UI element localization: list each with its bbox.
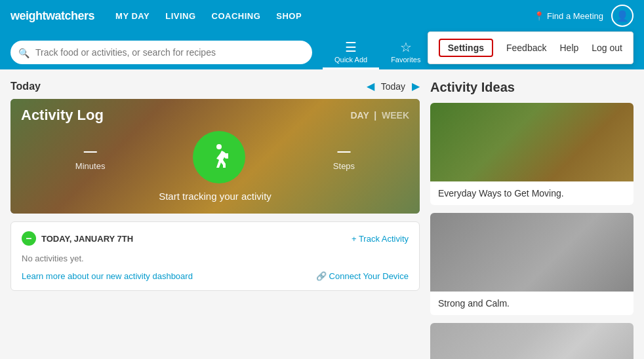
person-icon: 👤 [616,10,629,22]
walk-icon [203,142,235,173]
banner-content: Activity Log DAY | WEEK — Minutes [10,99,420,214]
dropdown-menu: Settings Feedback Help Log out [428,31,634,64]
banner-center: — Minutes — Steps [21,124,409,191]
banner-top: Activity Log DAY | WEEK [21,107,409,124]
idea-label-0: Everyday Ways to Get Moving. [430,181,634,205]
idea-card-2 [430,323,634,359]
quick-add-button[interactable]: ☰ Quick Add [323,37,379,69]
main-content: Today ◀ Today ▶ Activity Log DAY | WEEK [0,69,644,359]
activity-log-title: Activity Log [21,107,104,124]
find-meeting-link[interactable]: 📍 Find a Meeting [534,11,603,21]
idea-image-writing [430,323,634,359]
prev-day-button[interactable]: ◀ [367,80,374,92]
settings-button[interactable]: Settings [439,39,493,57]
svg-point-0 [216,144,222,149]
next-day-button[interactable]: ▶ [412,80,420,92]
top-nav-right: 📍 Find a Meeting 👤 [534,5,634,27]
left-panel: Today ◀ Today ▶ Activity Log DAY | WEEK [10,80,420,359]
search-container: 🔍 [10,41,312,69]
search-input[interactable] [10,41,312,64]
nav-links: MY DAY LIVING COACHING SHOP [115,11,302,21]
nav-my-day[interactable]: MY DAY [115,11,150,21]
no-activities-text: No activities yet. [22,254,409,263]
idea-label-1: Strong and Calm. [430,292,634,315]
today-links: Learn more about our new activity dashbo… [22,271,409,281]
steps-label: Steps [333,161,355,171]
collapse-button[interactable]: – [22,231,36,246]
logout-link[interactable]: Log out [592,43,622,53]
nav-shop[interactable]: SHOP [276,11,302,21]
link-icon: 🔗 [316,271,327,281]
today-date: – TODAY, JANUARY 7TH [22,231,133,246]
idea-card-0: Everyday Ways to Get Moving. [430,103,634,205]
top-nav: weightwatchers MY DAY LIVING COACHING SH… [0,0,644,31]
favorites-icon: ☆ [400,41,412,54]
day-week-toggle: DAY | WEEK [350,110,409,121]
date-nav-center: ◀ Today ▶ [367,80,420,92]
idea-image-gardening [430,103,634,181]
walk-icon-circle [193,131,245,183]
nav-coaching[interactable]: COACHING [212,11,261,21]
location-icon: 📍 [534,11,544,21]
date-nav: Today ◀ Today ▶ [10,80,420,92]
brand-logo: weightwatchers [10,9,94,23]
start-tracking-text: Start tracking your activity [21,191,409,206]
connect-device-link[interactable]: 🔗 Connect Your Device [316,271,409,281]
user-avatar[interactable]: 👤 [611,5,634,27]
feedback-link[interactable]: Feedback [506,43,546,53]
activity-ideas-title: Activity Ideas [430,80,634,95]
favorites-button[interactable]: ☆ Favorites [379,37,432,69]
nav-living[interactable]: LIVING [165,11,195,21]
search-icon: 🔍 [18,48,30,58]
steps-value: — [337,143,350,159]
section-title: Today [10,81,41,92]
today-section: – TODAY, JANUARY 7TH + Track Activity No… [10,221,420,291]
activity-log-banner: Activity Log DAY | WEEK — Minutes [10,99,420,214]
minutes-value: — [84,143,97,159]
current-date-label: Today [381,81,405,92]
track-activity-link[interactable]: + Track Activity [352,234,409,244]
idea-image-yoga [430,213,634,292]
steps-stat: — Steps [333,143,355,171]
search-actions-bar: 🔍 ☰ Quick Add ☆ Favorites 🍎 My Foods 🏃 A… [0,31,644,69]
help-link[interactable]: Help [559,43,578,53]
today-header: – TODAY, JANUARY 7TH + Track Activity [22,231,409,246]
quick-add-icon: ☰ [345,41,357,54]
learn-more-link[interactable]: Learn more about our new activity dashbo… [22,271,193,281]
right-panel: Activity Ideas Everyday Ways to Get Movi… [430,80,634,359]
minutes-label: Minutes [75,161,106,171]
minutes-stat: — Minutes [75,143,106,171]
idea-card-1: Strong and Calm. [430,213,634,315]
